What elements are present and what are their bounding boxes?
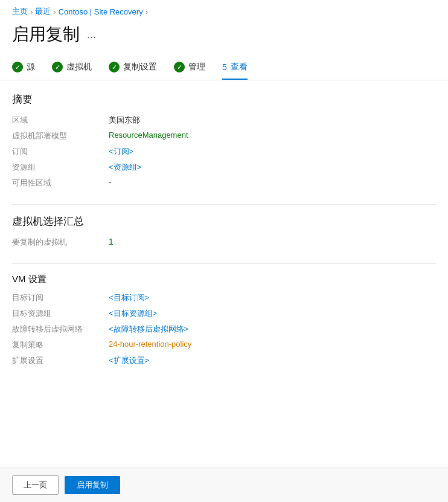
field-value-replication-policy: 24-hour-retention-policy (109, 338, 436, 352)
breadcrumb-sep2: › (53, 7, 56, 16)
tab-source[interactable]: ✓ 源 (12, 56, 35, 80)
page-header: 启用复制 ... (0, 21, 448, 56)
tab-management-label: 管理 (188, 62, 205, 72)
tab-vm[interactable]: ✓ 虚拟机 (52, 56, 92, 80)
field-label-availability-zone: 可用性区域 (12, 176, 109, 190)
tab-review-label: 查看 (231, 62, 248, 72)
field-label-extension-settings: 扩展设置 (12, 354, 109, 367)
breadcrumb-recent[interactable]: 最近 (35, 6, 51, 17)
divider-1 (12, 204, 436, 205)
tab-source-label: 源 (27, 62, 35, 72)
vm-settings-title: VM 设置 (12, 274, 436, 285)
tab-review-number: 5 (222, 62, 227, 72)
vm-settings-section: VM 设置 目标订阅 <目标订阅> 目标资源组 <目标资源组> 故障转移后虚拟网… (12, 274, 436, 367)
field-label-replication-policy: 复制策略 (12, 338, 109, 352)
field-value-availability-zone: - (109, 176, 436, 190)
field-label-subscription: 订阅 (12, 145, 109, 158)
field-label-region: 区域 (12, 114, 109, 127)
field-label-target-subscription: 目标订阅 (12, 291, 109, 304)
field-value-resource-group[interactable]: <资源组> (109, 161, 436, 174)
field-value-region: 美国东部 (109, 114, 436, 127)
breadcrumb: 主页 › 最近 › Contoso | Site Recovery › (0, 0, 448, 21)
tab-check-source: ✓ (12, 62, 23, 72)
field-value-target-resource-group[interactable]: <目标资源组> (109, 307, 436, 320)
vm-summary-fields: 要复制的虚拟机 1 (12, 236, 436, 249)
tabs-container: ✓ 源 ✓ 虚拟机 ✓ 复制设置 ✓ 管理 5 查看 (0, 56, 448, 80)
field-value-extension-settings[interactable]: <扩展设置> (109, 354, 436, 367)
tab-replication[interactable]: ✓ 复制设置 (109, 56, 157, 80)
tab-check-vm: ✓ (52, 62, 63, 72)
field-label-vms-to-replicate: 要复制的虚拟机 (12, 236, 109, 249)
field-label-deploy-model: 虚拟机部署模型 (12, 129, 109, 143)
main-content: 摘要 区域 美国东部 虚拟机部署模型 ResourceManagement 订阅… (0, 80, 448, 394)
summary-section: 摘要 区域 美国东部 虚拟机部署模型 ResourceManagement 订阅… (12, 92, 436, 190)
tab-check-management: ✓ (174, 62, 185, 72)
field-value-failover-vnet[interactable]: <故障转移后虚拟网络> (109, 323, 436, 336)
field-label-failover-vnet: 故障转移后虚拟网络 (12, 323, 109, 336)
footer: 上一页 启用复制 (0, 468, 448, 502)
breadcrumb-site[interactable]: Contoso | Site Recovery (59, 7, 143, 16)
tab-replication-label: 复制设置 (123, 62, 157, 72)
field-label-target-resource-group: 目标资源组 (12, 307, 109, 320)
breadcrumb-home[interactable]: 主页 (12, 6, 28, 17)
page-title: 启用复制 (12, 23, 80, 46)
tab-vm-label: 虚拟机 (66, 62, 92, 72)
prev-button[interactable]: 上一页 (12, 475, 59, 495)
summary-title: 摘要 (12, 92, 436, 106)
field-label-resource-group: 资源组 (12, 161, 109, 174)
breadcrumb-sep1: › (30, 7, 33, 16)
vm-summary-title: 虚拟机选择汇总 (12, 214, 436, 228)
vm-summary-section: 虚拟机选择汇总 要复制的虚拟机 1 (12, 214, 436, 249)
field-value-vms-count: 1 (109, 236, 436, 249)
tab-review[interactable]: 5 查看 (222, 56, 248, 80)
field-value-deploy-model: ResourceManagement (109, 129, 436, 143)
summary-fields: 区域 美国东部 虚拟机部署模型 ResourceManagement 订阅 <订… (12, 114, 436, 190)
tab-management[interactable]: ✓ 管理 (174, 56, 205, 80)
field-value-subscription[interactable]: <订阅> (109, 145, 436, 158)
vm-settings-fields: 目标订阅 <目标订阅> 目标资源组 <目标资源组> 故障转移后虚拟网络 <故障转… (12, 291, 436, 367)
enable-replication-button[interactable]: 启用复制 (65, 476, 120, 494)
divider-2 (12, 263, 436, 264)
field-value-target-subscription[interactable]: <目标订阅> (109, 291, 436, 304)
breadcrumb-sep3: › (146, 7, 148, 16)
more-options-icon[interactable]: ... (87, 28, 96, 41)
tab-check-replication: ✓ (109, 62, 120, 72)
